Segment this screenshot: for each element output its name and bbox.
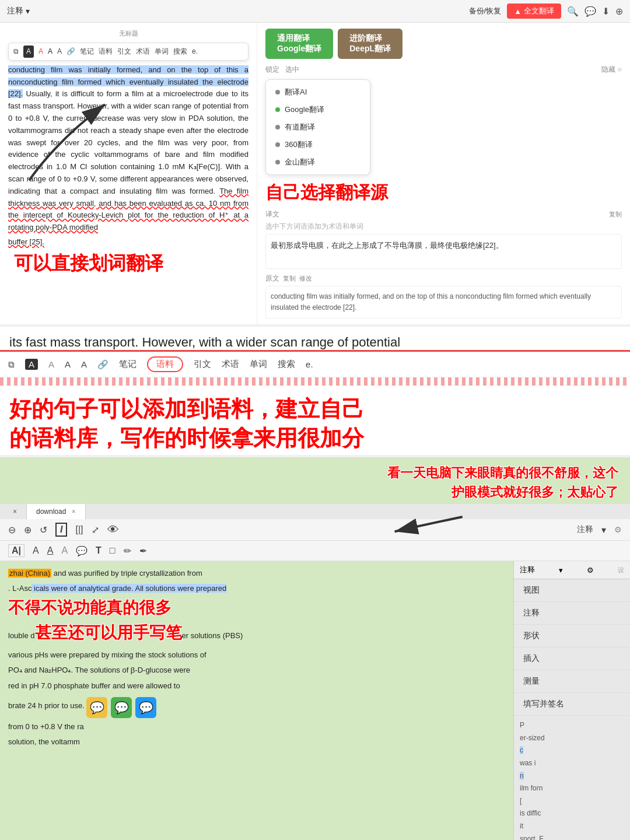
choose-source-label: 自己选择翻译源 xyxy=(265,181,622,205)
annotation-label: 注释 xyxy=(7,6,23,16)
link-icon-wide[interactable]: 🔗 xyxy=(97,359,108,370)
more-button[interactable]: ⊕ xyxy=(615,6,623,17)
trans-result-text: 最初形成导电膜，在此之上形成了不导电薄膜，最终使电极绝缘[22]。 xyxy=(265,234,622,269)
settings-icon[interactable]: ⚙ xyxy=(614,525,622,534)
copy-original-btn[interactable]: 复制 xyxy=(283,274,296,283)
zoom-out-btn[interactable]: ⊖ xyxy=(8,524,16,536)
annotation-chevron-r[interactable]: ▾ xyxy=(559,566,563,575)
font-color-2[interactable]: A xyxy=(48,46,52,57)
bottom-pdf-text-6: red in pH 7.0 phosphate buffer and were … xyxy=(8,680,505,692)
menu-annotation[interactable]: 注释 xyxy=(514,602,630,625)
pencil-icon-b[interactable]: ✏ xyxy=(124,545,131,556)
pdf-text-block-2: buffer [25]. xyxy=(8,236,249,249)
font-color-wide-3[interactable]: A xyxy=(81,359,87,369)
edit-original-btn[interactable]: 修改 xyxy=(299,274,312,283)
font-size-icon[interactable]: A xyxy=(57,46,62,57)
section-top: 注释 ▾ 备份/恢复 ▲ 全文翻译 🔍 💬 ⬇ ⊕ 无标题 ⧉ A A A A … xyxy=(0,0,630,324)
font-a-2[interactable]: A xyxy=(47,545,54,556)
trans-source-menu: 翻译AI Google翻译 有道翻译 360翻译 金山翻译 xyxy=(265,79,370,175)
hide-label[interactable]: 隐藏 ○ xyxy=(601,65,622,75)
chat-icon-blue[interactable]: 💬 xyxy=(135,697,156,718)
more-btn-wide[interactable]: e. xyxy=(306,359,313,369)
rotate-btn[interactable]: ↺ xyxy=(40,524,47,536)
menu-item-360[interactable]: 360翻译 xyxy=(266,136,370,153)
font-a-3[interactable]: A xyxy=(61,545,68,556)
bottom-pdf-text-9: solution, the voltamm xyxy=(8,736,505,748)
comment-icon-b[interactable]: 💬 xyxy=(76,545,88,556)
search-button[interactable]: 🔍 xyxy=(567,6,579,17)
menu-shape[interactable]: 形状 xyxy=(514,625,630,648)
comment-button[interactable]: 💬 xyxy=(584,6,596,17)
chat-icon-green[interactable]: 💬 xyxy=(111,697,132,718)
menu-item-jinshan[interactable]: 金山翻译 xyxy=(266,153,370,171)
page-header: 无标题 xyxy=(8,29,249,39)
chat-icon-yellow[interactable]: 💬 xyxy=(86,697,107,718)
deepl-translate-button[interactable]: 进阶翻译DeepL翻译 xyxy=(338,29,402,59)
corpus-btn[interactable]: 语料 xyxy=(99,46,113,57)
backup-button[interactable]: 备份/恢复 xyxy=(469,6,502,16)
menu-ai-label: 翻译AI xyxy=(285,87,307,97)
bottom-content: zhai (China) and was purified by triple … xyxy=(0,561,630,840)
font-color-wide-1[interactable]: A xyxy=(48,359,54,369)
menu-item-youdao[interactable]: 有道翻译 xyxy=(266,118,370,136)
font-bold-wide[interactable]: A xyxy=(25,359,38,370)
font-color-wide-2[interactable]: A xyxy=(65,359,71,369)
settings-r[interactable]: ⚙ xyxy=(587,566,594,575)
eye-mode-btn[interactable]: 👁 xyxy=(107,523,119,537)
tab-close-x[interactable]: × xyxy=(72,508,76,516)
menu-item-google[interactable]: Google翻译 xyxy=(266,101,370,118)
cursor-btn[interactable]: I xyxy=(55,523,67,537)
bottom-pdf-text-5: PO₄ and Na₂HPO₄. The solutions of β-D-gl… xyxy=(8,664,505,677)
bottom-pdf-text-2: . L-Asc icals were of analytical grade. … xyxy=(8,582,505,595)
word-btn-wide[interactable]: 单词 xyxy=(250,359,267,370)
font-a-1[interactable]: A xyxy=(33,545,39,556)
pen-icon-b[interactable]: ✒ xyxy=(139,545,147,556)
menu-fill-sign[interactable]: 填写并签名 xyxy=(514,693,630,716)
google-translate-button[interactable]: 通用翻译Google翻译 xyxy=(265,29,333,59)
full-translate-button[interactable]: ▲ 全文翻译 xyxy=(507,4,561,19)
copy-btn[interactable]: 复制 xyxy=(609,210,622,219)
note-btn[interactable]: 笔记 xyxy=(80,46,94,57)
search-btn-wide[interactable]: 搜索 xyxy=(278,359,295,370)
term-btn-wide[interactable]: 术语 xyxy=(222,359,239,370)
menu-item-ai[interactable]: 翻译AI xyxy=(266,83,370,101)
annotation-header-label: 注释 xyxy=(520,565,535,575)
copy-icon-wide[interactable]: ⧉ xyxy=(8,359,15,370)
text-icon-b[interactable]: T xyxy=(96,545,102,556)
menu-insert[interactable]: 插入 xyxy=(514,648,630,670)
menu-youdao-label: 有道翻译 xyxy=(285,122,315,132)
font-icon-b[interactable]: A| xyxy=(8,544,24,557)
note-btn-wide[interactable]: 笔记 xyxy=(119,359,136,370)
menu-measure[interactable]: 测量 xyxy=(514,670,630,693)
more-btn[interactable]: e. xyxy=(192,46,198,57)
menu-view[interactable]: 视图 xyxy=(514,579,630,602)
word-btn[interactable]: 单词 xyxy=(155,46,169,57)
bottom-pdf-text-7: brate 24 h prior to use. 💬 💬 💬 xyxy=(8,695,505,718)
download-button[interactable]: ⬇ xyxy=(602,6,610,17)
annotation-button[interactable]: 注释 ▾ xyxy=(7,6,30,16)
cite-btn-wide[interactable]: 引文 xyxy=(194,359,211,370)
rect-icon-b[interactable]: □ xyxy=(110,545,116,556)
ann-chevron[interactable]: ▾ xyxy=(601,524,606,536)
annotation-features: 不得不说功能真的很多 xyxy=(8,597,505,618)
fullscreen-btn[interactable]: ⤢ xyxy=(92,524,99,536)
lock-label[interactable]: 锁定 xyxy=(265,65,279,75)
search-btn[interactable]: 搜索 xyxy=(173,46,187,57)
cite-btn[interactable]: 引文 xyxy=(117,46,131,57)
term-btn[interactable]: 术语 xyxy=(136,46,150,57)
wide-pdf-text: its fast mass transport. However, with a… xyxy=(0,327,630,352)
bottom-pdf-text-8: from 0 to +0.8 V the ra xyxy=(8,720,505,733)
wavy-divider xyxy=(0,377,630,386)
select-label[interactable]: 选中 xyxy=(285,65,299,75)
copy-icon[interactable]: ⧉ xyxy=(13,46,19,57)
dot-jinshan xyxy=(275,160,280,164)
zoom-in-btn[interactable]: ⊕ xyxy=(24,524,32,536)
link-icon[interactable]: 🔗 xyxy=(66,46,75,57)
font-bold-icon[interactable]: A xyxy=(23,46,34,58)
corpus-btn-wide[interactable]: 语料 xyxy=(147,356,183,372)
dot-google xyxy=(275,107,280,112)
columns-btn[interactable]: [|] xyxy=(75,524,83,535)
font-color-1[interactable]: A xyxy=(38,46,43,57)
tab-close-1[interactable]: × xyxy=(4,504,27,519)
tab-download[interactable]: download × xyxy=(27,504,86,519)
